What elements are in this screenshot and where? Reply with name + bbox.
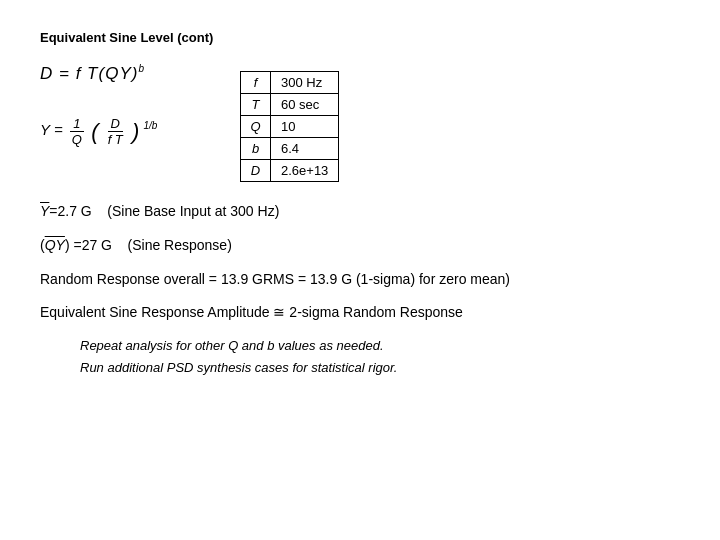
table-row: T 60 sec bbox=[241, 94, 339, 116]
param-D-value: 2.6e+13 bbox=[271, 160, 339, 182]
formula-1-text: D = f T(QY)b bbox=[40, 64, 145, 83]
table-row: f 300 Hz bbox=[241, 72, 339, 94]
param-b-value: 6.4 bbox=[271, 138, 339, 160]
formula-1: D = f T(QY)b bbox=[40, 63, 210, 92]
note-1: Repeat analysis for other Q and b values… bbox=[80, 335, 680, 357]
formula-2: Y = 1 Q ( D f T ) 1/b bbox=[40, 116, 210, 147]
result-random-response: Random Response overall = 13.9 GRMS = 13… bbox=[40, 268, 680, 292]
note-2: Run additional PSD synthesis cases for s… bbox=[80, 357, 680, 379]
page-title: Equivalent Sine Level (cont) bbox=[40, 30, 680, 45]
parameter-table: f 300 Hz T 60 sec Q 10 b 6.4 bbox=[240, 71, 339, 182]
param-Q-label: Q bbox=[241, 116, 271, 138]
table-row: D 2.6e+13 bbox=[241, 160, 339, 182]
table-row: b 6.4 bbox=[241, 138, 339, 160]
equivalent-sine-response: Equivalent Sine Response Amplitude ≅ 2-s… bbox=[40, 301, 680, 325]
table-row: Q 10 bbox=[241, 116, 339, 138]
formula-2-text: Y = 1 Q ( D f T ) 1/b bbox=[40, 116, 157, 147]
result-sine-response: (QY) =27 G (Sine Response) bbox=[40, 234, 680, 258]
param-Q-value: 10 bbox=[271, 116, 339, 138]
param-f-value: 300 Hz bbox=[271, 72, 339, 94]
param-D-label: D bbox=[241, 160, 271, 182]
result-sine-base: Y=2.7 G (Sine Base Input at 300 Hz) bbox=[40, 200, 680, 224]
result-equiv-sine: Equivalent Sine Response Amplitude ≅ 2-s… bbox=[40, 301, 680, 325]
parameter-table-container: f 300 Hz T 60 sec Q 10 b 6.4 bbox=[240, 67, 339, 182]
param-f-label: f bbox=[241, 72, 271, 94]
param-T-label: T bbox=[241, 94, 271, 116]
param-b-label: b bbox=[241, 138, 271, 160]
param-T-value: 60 sec bbox=[271, 94, 339, 116]
notes-section: Repeat analysis for other Q and b values… bbox=[40, 335, 680, 379]
random-response-overall: Random Response overall = 13.9 GRMS = 13… bbox=[40, 268, 680, 292]
